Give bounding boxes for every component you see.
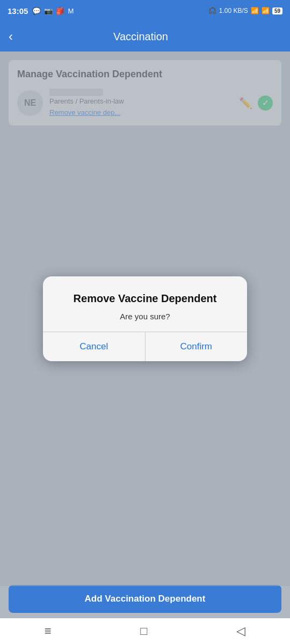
dialog-actions: Cancel Confirm: [43, 332, 247, 361]
instagram-icon: 📷: [44, 7, 53, 15]
page-title: Vaccination: [19, 31, 262, 43]
status-bar: 13:05 💬 📷 🎒 M 🎧 1.00 KB/S 📶 📶 59: [0, 0, 290, 21]
home-icon[interactable]: □: [140, 624, 147, 638]
status-bar-right: 🎧 1.00 KB/S 📶 📶 59: [208, 7, 282, 14]
add-vaccination-dependent-button[interactable]: Add Vaccination Dependent: [9, 585, 281, 613]
status-icons: 💬 📷 🎒 M: [32, 7, 74, 15]
speed-icon: 1.00 KB/S: [219, 7, 248, 14]
app-header: ‹ Vaccination: [0, 21, 290, 52]
menu-icon[interactable]: ≡: [45, 624, 52, 638]
headphone-icon: 🎧: [208, 7, 216, 14]
status-bar-left: 13:05 💬 📷 🎒 M: [8, 6, 74, 16]
nav-bar: ≡ □ ◁: [0, 618, 290, 644]
dialog-message: Are you sure?: [56, 312, 234, 321]
dialog-title: Remove Vaccine Dependent: [56, 291, 234, 305]
app-icon: 🎒: [56, 7, 64, 15]
battery-icon: 59: [272, 8, 282, 14]
status-time: 13:05: [8, 6, 28, 16]
signal-icon: 📶: [262, 7, 270, 14]
confirm-button[interactable]: Confirm: [146, 332, 248, 361]
back-nav-icon[interactable]: ◁: [236, 624, 245, 638]
whatsapp-icon: 💬: [32, 7, 41, 15]
gmail-icon: M: [68, 7, 74, 15]
back-button[interactable]: ‹: [9, 30, 13, 43]
wifi-icon: 📶: [251, 7, 259, 14]
cancel-button[interactable]: Cancel: [43, 332, 145, 361]
dialog-body: Remove Vaccine Dependent Are you sure?: [43, 276, 247, 332]
confirmation-dialog: Remove Vaccine Dependent Are you sure? C…: [43, 276, 247, 361]
modal-overlay: Remove Vaccine Dependent Are you sure? C…: [0, 52, 290, 586]
